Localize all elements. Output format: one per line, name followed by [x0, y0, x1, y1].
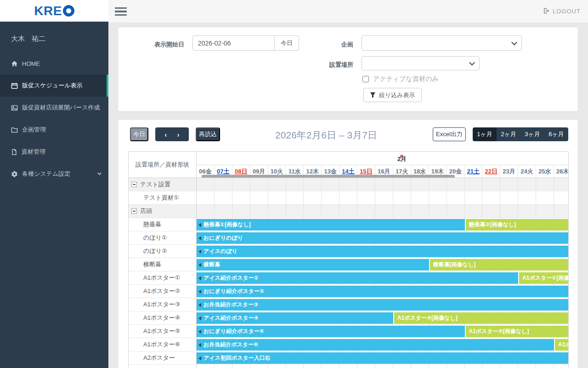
sidebar-item-file[interactable]: 資材管理 — [0, 141, 108, 163]
start-date-input[interactable] — [192, 35, 275, 51]
gantt-row-cells — [197, 178, 568, 191]
home-icon — [11, 60, 18, 67]
gantt-row-cells: おにぎり紹介ポスター⑤A1ポスター⑤[画像なし] — [197, 325, 568, 338]
gantt-bar[interactable]: お弁当紹介ポスター③ — [197, 299, 568, 310]
plan-select[interactable] — [362, 35, 522, 51]
bar-continues-left-icon — [198, 343, 201, 347]
bar-continues-left-icon — [198, 330, 201, 334]
gantt-row: A1ポスター①アイス紹介ポスター①A1ポスター①[画像なし] — [129, 271, 568, 285]
gantt-bar[interactable]: アイス紹介ポスター④ — [197, 312, 393, 324]
bar-continues-left-icon — [198, 236, 201, 240]
today-marker-icon — [401, 155, 404, 158]
item-row-label: A1ポスター③ — [129, 298, 197, 311]
excel-export-button[interactable]: Excel出力 — [433, 127, 466, 141]
sidebar-item-gear[interactable]: 各種システム設定 — [0, 163, 108, 185]
reload-button[interactable]: 再読込 — [196, 127, 220, 141]
sidebar-item-label: 企画管理 — [22, 126, 46, 134]
bar-label: おにぎりのぼり — [204, 234, 243, 242]
group-row-label: テスト設置 — [129, 178, 197, 191]
collapse-toggle-icon[interactable] — [131, 182, 137, 187]
bar-label: A1ポスター①[画像なし] — [522, 274, 568, 282]
bar-label: お弁当紹介ポスター③ — [204, 301, 258, 309]
bar-label: 横断幕[画像なし] — [433, 261, 476, 269]
sidebar-item-label: HOME — [22, 60, 40, 67]
gantt-row: A2ポスターアイス初回ポスター入口右 — [129, 351, 568, 365]
gantt-row-cells — [197, 205, 568, 218]
apply-filter-button[interactable]: 絞り込み表示 — [363, 88, 422, 102]
item-row-label: のぼり② — [129, 245, 197, 258]
gantt-bar[interactable]: A1ポスター①[画像なし] — [518, 272, 568, 284]
gear-icon — [11, 171, 18, 178]
gantt-bar[interactable]: A1ポスター⑤[画像なし] — [465, 326, 569, 337]
row-label-text: のぼり② — [143, 247, 167, 255]
main-content: 表示開始日 今日 企画 設置場所 アクティブな資材のみ 絞り込み表示 今日 ‹ … — [108, 23, 588, 368]
kreo-logo[interactable]: KRE — [34, 4, 74, 18]
range-button-2ヶ月[interactable]: 2ヶ月 — [497, 127, 520, 141]
gantt-row-cells: お弁当紹介ポスター③ — [197, 298, 568, 311]
location-select[interactable] — [362, 56, 480, 70]
horizontal-scrollbar-thumb[interactable] — [202, 175, 455, 178]
bar-continues-left-icon — [198, 356, 201, 360]
gantt-bar[interactable]: A1ポスター⑥[画像なし] — [554, 339, 568, 351]
gantt-bar[interactable]: おにぎり紹介ポスター② — [197, 286, 568, 297]
gantt-row: A1ポスター②おにぎり紹介ポスター② — [129, 285, 568, 298]
gantt-bar[interactable]: A1ポスター④[画像なし] — [393, 312, 568, 324]
funnel-icon — [370, 92, 376, 98]
next-button[interactable]: › — [177, 131, 180, 138]
item-row-label: A1ポスター⑥ — [129, 338, 197, 351]
gantt-bar[interactable]: アイス紹介ポスター① — [197, 272, 518, 284]
active-only-checkbox[interactable] — [362, 76, 369, 82]
range-button-3ヶ月[interactable]: 3ヶ月 — [520, 127, 544, 141]
gantt-bar[interactable]: アイス初回ポスター入口右 — [197, 352, 568, 364]
gantt-row-cells: アイス紹介ポスター④A1ポスター④[画像なし] — [197, 311, 568, 324]
gantt-row: 懸垂幕懸垂幕①[画像なし]懸垂幕②[画像なし] — [129, 218, 568, 231]
bar-label: アイスのぼり — [204, 247, 237, 255]
gantt-bar[interactable]: おにぎりのぼり — [197, 232, 568, 244]
sidebar-item-image[interactable]: 販促資材店頭展開パース作成 — [0, 97, 108, 119]
logo-letters: KRE — [34, 4, 62, 18]
collapse-toggle-icon[interactable] — [131, 208, 137, 214]
logout-label: LOGOUT — [553, 8, 581, 15]
sidebar-item-calendar[interactable]: 販促スケジュール表示 — [0, 75, 108, 97]
gantt-bar[interactable]: 懸垂幕①[画像なし] — [197, 219, 465, 230]
month-row: 2月 — [197, 152, 568, 165]
gantt-bar[interactable]: 横断幕 — [197, 259, 429, 270]
sidebar-item-folder[interactable]: 企画管理 — [0, 119, 108, 141]
gantt-row: 木製什器 — [129, 365, 568, 368]
row-label-text: A1ポスター③ — [143, 300, 180, 309]
bar-label: アイス紹介ポスター① — [204, 274, 259, 282]
gantt-body: テスト設置テスト資材①店頭懸垂幕懸垂幕①[画像なし]懸垂幕②[画像なし]のぼり①… — [129, 178, 568, 368]
bar-continues-left-icon — [198, 316, 201, 320]
gantt-row: 店頭 — [129, 205, 568, 218]
item-row-label: 横断幕 — [129, 258, 197, 271]
bar-continues-left-icon — [198, 223, 201, 227]
hamburger-menu-icon[interactable] — [115, 6, 127, 17]
bar-label: お弁当紹介ポスター⑥ — [204, 341, 258, 349]
gantt-bar[interactable]: 横断幕[画像なし] — [429, 259, 568, 270]
bar-continues-left-icon — [198, 303, 201, 307]
row-label-text: A1ポスター⑥ — [143, 340, 180, 349]
gantt-row: 横断幕横断幕横断幕[画像なし] — [129, 258, 568, 271]
day-header-cell: 23月 — [500, 165, 518, 178]
gantt-bar[interactable]: 懸垂幕②[画像なし] — [465, 219, 569, 230]
range-button-1ヶ月[interactable]: 1ヶ月 — [473, 127, 497, 141]
topbar: LOGOUT — [108, 0, 588, 23]
row-label-text: のぼり① — [143, 234, 167, 242]
gantt-today-button[interactable]: 今日 — [130, 127, 148, 141]
location-label: 設置場所 — [293, 61, 353, 69]
day-header-cell: 26木 — [554, 165, 568, 178]
prev-button[interactable]: ‹ — [165, 131, 167, 138]
gantt-bar[interactable]: おにぎり紹介ポスター⑤ — [197, 326, 465, 337]
gantt-bar[interactable]: お弁当紹介ポスター⑥ — [197, 339, 554, 351]
logout-button[interactable]: LOGOUT — [543, 0, 581, 23]
gantt-row-cells: 懸垂幕①[画像なし]懸垂幕②[画像なし] — [197, 218, 568, 231]
sidebar-item-label: 販促資材店頭展開パース作成 — [22, 104, 100, 112]
gantt-row-cells — [197, 191, 568, 204]
gantt-row: のぼり①おにぎりのぼり — [129, 231, 568, 245]
gantt-bar[interactable]: アイスのぼり — [197, 246, 568, 257]
active-only-label: アクティブな資材のみ — [373, 75, 439, 83]
bar-continues-left-icon — [198, 290, 201, 293]
active-only-row: アクティブな資材のみ — [362, 75, 439, 83]
sidebar-item-home[interactable]: HOME — [0, 52, 108, 75]
range-button-6ヶ月[interactable]: 6ヶ月 — [544, 127, 568, 141]
